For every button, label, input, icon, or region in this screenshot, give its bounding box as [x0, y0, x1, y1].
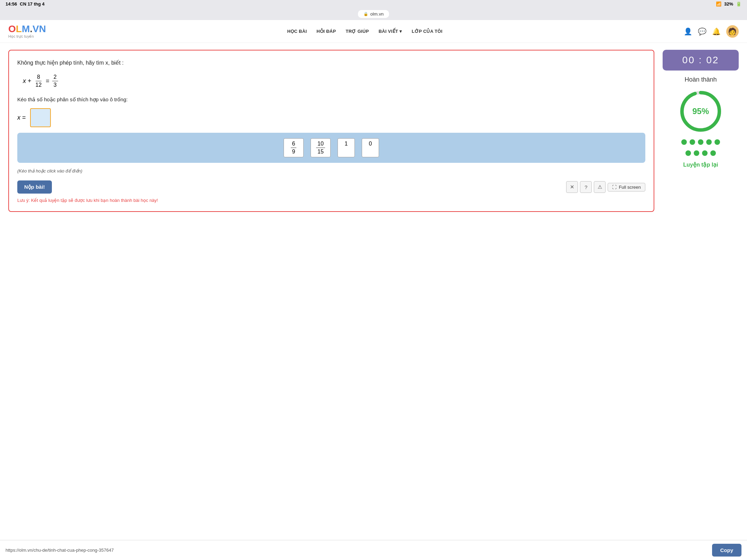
- browser-bar: 🔒 olm.vn: [0, 8, 747, 20]
- nav-hoi-dap[interactable]: HỎI ĐÁP: [316, 29, 336, 34]
- status-bar: 14:56 CN 17 thg 4 📶 32% 🔋: [0, 0, 747, 8]
- nav-bai-viet[interactable]: BÀI VIẾT ▾: [379, 29, 402, 34]
- dot-7: [694, 150, 699, 156]
- avatar[interactable]: 🧑: [726, 25, 739, 38]
- url-bar[interactable]: 🔒 olm.vn: [358, 10, 389, 18]
- warning-icon-btn[interactable]: ⚠: [594, 181, 606, 193]
- content-area: Không thực hiện phép tính, hãy tìm x, bi…: [0, 43, 747, 219]
- help-icon-btn[interactable]: ?: [580, 181, 592, 193]
- bottom-bar: https://olm.vn/chu-de/tinh-chat-cua-phep…: [0, 540, 747, 560]
- exercise-question: Không thực hiện phép tính, hãy tìm x, bi…: [17, 59, 645, 67]
- answer-row: x =: [17, 108, 645, 127]
- answer-box[interactable]: [30, 108, 51, 127]
- status-date: CN 17 thg 4: [20, 1, 45, 7]
- logo-m: M: [22, 24, 30, 34]
- logo-dot: .: [30, 24, 33, 34]
- dot-4: [706, 139, 712, 145]
- hoan-thanh-label: Hoàn thành: [684, 76, 717, 83]
- drag-option-fraction-6-9[interactable]: 6 9: [284, 138, 304, 157]
- browser-url: olm.vn: [370, 11, 384, 17]
- battery-icon: 🔋: [736, 1, 741, 7]
- dot-3: [698, 139, 703, 145]
- page: OLM.VN Học trực tuyến HỌC BÀI HỎI ĐÁP TR…: [0, 20, 747, 540]
- logo[interactable]: OLM.VN Học trực tuyến: [8, 24, 46, 38]
- header-actions: 👤 💬 🔔 🧑: [684, 25, 739, 38]
- fullscreen-button[interactable]: ⛶ Full screen: [608, 183, 645, 192]
- drag-hint: (Kéo thả hoặc click vào để điền): [17, 168, 645, 174]
- bell-icon[interactable]: 🔔: [712, 27, 721, 36]
- progress-circle: 95%: [678, 89, 723, 134]
- logo-l: L: [16, 24, 22, 34]
- main-nav: HỌC BÀI HỎI ĐÁP TRỢ GIÚP BÀI VIẾT ▾ LỚP …: [287, 29, 442, 34]
- fraction-2: 2 3: [52, 74, 58, 88]
- timer-display: 00 : 02: [663, 50, 739, 71]
- logo-o: O: [8, 24, 16, 34]
- progress-percent: 95%: [692, 106, 709, 116]
- drag-option-0[interactable]: 0: [362, 138, 379, 157]
- submit-button[interactable]: Nộp bài!: [17, 180, 52, 194]
- dots-row-2: [685, 150, 716, 156]
- math-equation: x + 8 12 = 2 3: [23, 74, 645, 88]
- luyen-tap-lai-button[interactable]: Luyện tập lại: [683, 161, 718, 168]
- dot-9: [710, 150, 716, 156]
- nav-lop-cua-toi[interactable]: LỚP CỦA TÔI: [412, 29, 443, 34]
- dot-8: [702, 150, 708, 156]
- fraction-1: 8 12: [34, 74, 43, 88]
- fullscreen-icon: ⛶: [612, 185, 617, 190]
- nav-tro-giup[interactable]: TRỢ GIÚP: [346, 29, 369, 34]
- chat-icon[interactable]: 💬: [698, 27, 707, 36]
- header: OLM.VN Học trực tuyến HỌC BÀI HỎI ĐÁP TR…: [0, 20, 747, 43]
- logo-vn: VN: [33, 24, 46, 34]
- toolbar-icons: ✕ ? ⚠ ⛶ Full screen: [566, 181, 645, 193]
- copy-button[interactable]: Copy: [712, 544, 742, 557]
- drag-option-1[interactable]: 1: [338, 138, 355, 157]
- drag-instruction: Kéo thả số hoặc phân số thích hợp vào ô …: [17, 96, 645, 103]
- dot-6: [685, 150, 691, 156]
- warning-text: Lưu ý: Kết quả luyện tập sẽ được lưu khi…: [17, 198, 645, 203]
- dots-row-1: [681, 139, 720, 145]
- equals-sign: =: [46, 77, 49, 85]
- dot-2: [690, 139, 695, 145]
- drag-options-container: 6 9 10 15 1 0: [17, 133, 645, 163]
- nav-hoc-bai[interactable]: HỌC BÀI: [287, 29, 307, 34]
- dot-5: [714, 139, 720, 145]
- equation-left: x +: [23, 77, 31, 85]
- bottom-url: https://olm.vn/chu-de/tinh-chat-cua-phep…: [6, 548, 708, 553]
- logo-subtitle: Học trực tuyến: [8, 35, 46, 38]
- exercise-card: Không thực hiện phép tính, hãy tìm x, bi…: [8, 50, 654, 212]
- right-panel: 00 : 02 Hoàn thành 95%: [663, 50, 739, 212]
- answer-label: x =: [17, 114, 26, 121]
- wifi-icon: 📶: [716, 1, 721, 7]
- lock-icon: 🔒: [363, 12, 368, 16]
- drag-option-fraction-10-15[interactable]: 10 15: [311, 138, 331, 157]
- dot-1: [681, 139, 687, 145]
- chevron-down-icon: ▾: [399, 29, 402, 34]
- status-time: 14:56: [6, 1, 17, 7]
- submit-row: Nộp bài! ✕ ? ⚠ ⛶ Full screen: [17, 180, 645, 194]
- user-icon[interactable]: 👤: [684, 27, 692, 36]
- battery-indicator: 32%: [724, 1, 733, 7]
- close-icon-btn[interactable]: ✕: [566, 181, 578, 193]
